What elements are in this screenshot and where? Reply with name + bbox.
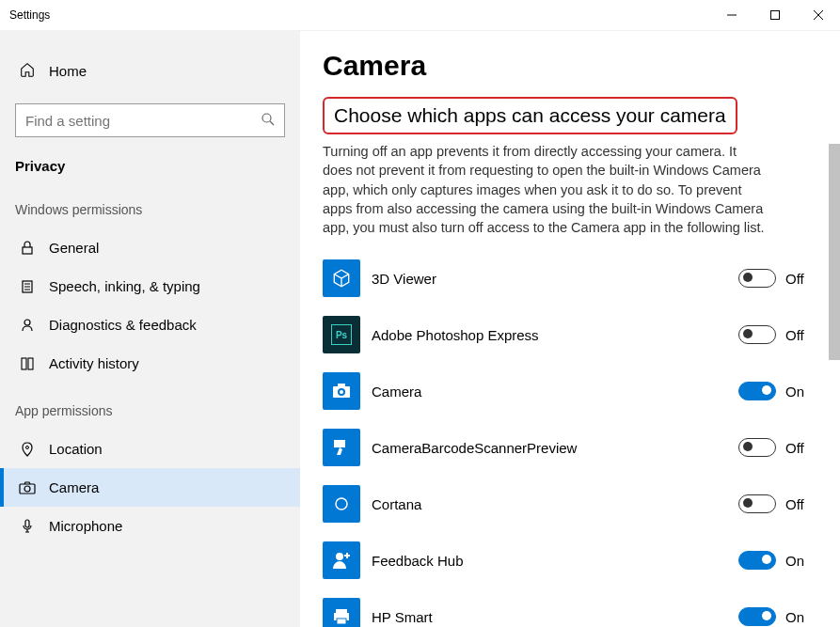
svg-point-14	[26, 446, 29, 448]
window-controls	[710, 0, 840, 31]
title-bar: Settings	[0, 0, 840, 31]
sidebar-item-speech[interactable]: Speech, inking, & typing	[0, 267, 300, 306]
app-icon	[323, 541, 360, 579]
svg-rect-26	[346, 553, 348, 558]
scrollbar-vertical[interactable]	[829, 144, 840, 360]
app-name: HP Smart	[372, 609, 738, 625]
feedback-icon	[19, 318, 36, 333]
app-row: CameraBarcodeScannerPreviewOff	[323, 419, 817, 476]
toggle-switch[interactable]	[738, 551, 776, 570]
sidebar-item-microphone[interactable]: Microphone	[0, 507, 300, 545]
svg-rect-17	[25, 520, 29, 527]
toggle-switch[interactable]	[738, 325, 776, 344]
sidebar-item-label: Location	[49, 441, 103, 457]
toggle-group: Off	[738, 269, 817, 288]
microphone-icon	[19, 519, 36, 534]
svg-point-4	[262, 114, 271, 122]
app-icon	[323, 598, 360, 627]
app-name: 3D Viewer	[372, 271, 738, 287]
page-title: Camera	[323, 50, 817, 82]
sidebar-item-label: Camera	[49, 479, 99, 495]
app-row: HP SmartOn	[323, 588, 817, 627]
search-icon	[261, 112, 276, 130]
app-name: Camera	[372, 384, 738, 400]
sidebar-item-label: Diagnostics & feedback	[49, 317, 197, 333]
clipboard-icon	[19, 279, 36, 294]
sidebar-item-label: Activity history	[49, 355, 139, 371]
app-row: Feedback HubOn	[323, 532, 817, 588]
sidebar-home[interactable]: Home	[0, 50, 300, 92]
app-name: CameraBarcodeScannerPreview	[372, 440, 738, 456]
sidebar-item-location[interactable]: Location	[0, 430, 300, 468]
toggle-label: Off	[785, 271, 804, 287]
svg-point-24	[336, 553, 343, 560]
toggle-group: Off	[738, 325, 817, 344]
app-icon	[323, 259, 360, 297]
sidebar-item-activity-history[interactable]: Activity history	[0, 344, 300, 383]
app-icon	[323, 372, 360, 410]
section-heading-highlighted: Choose which apps can access your camera	[323, 97, 737, 134]
sidebar-item-diagnostics[interactable]: Diagnostics & feedback	[0, 306, 300, 344]
sidebar-item-general[interactable]: General	[0, 228, 300, 267]
svg-rect-27	[336, 609, 347, 613]
close-button[interactable]	[797, 0, 840, 31]
app-row: 3D ViewerOff	[323, 250, 817, 306]
sidebar-category-label: Privacy	[0, 149, 300, 181]
sidebar-item-camera[interactable]: Camera	[0, 468, 300, 507]
sidebar-group-windows-permissions: Windows permissions	[0, 181, 300, 228]
svg-rect-13	[28, 358, 33, 369]
toggle-switch[interactable]	[738, 382, 776, 400]
svg-point-16	[24, 486, 30, 492]
maximize-button[interactable]	[753, 0, 797, 31]
toggle-group: Off	[738, 494, 817, 513]
content-panel: Camera Choose which apps can access your…	[300, 31, 840, 627]
app-name: Adobe Photoshop Express	[372, 327, 738, 343]
window-title: Settings	[9, 8, 50, 22]
toggle-label: Off	[785, 496, 804, 512]
home-icon	[19, 61, 36, 81]
svg-rect-6	[23, 247, 32, 254]
camera-icon	[19, 480, 36, 495]
location-icon	[19, 442, 36, 457]
svg-point-11	[24, 320, 30, 325]
history-icon	[19, 356, 36, 371]
svg-rect-22	[334, 440, 345, 447]
toggle-switch[interactable]	[738, 607, 776, 626]
svg-point-20	[340, 390, 343, 394]
main-layout: Home Privacy Windows permissions General…	[0, 31, 840, 627]
svg-rect-12	[22, 358, 26, 369]
minimize-button[interactable]	[710, 0, 753, 31]
toggle-group: Off	[738, 438, 817, 457]
app-row: CortanaOff	[323, 476, 817, 532]
svg-rect-1	[771, 11, 780, 20]
toggle-switch[interactable]	[738, 269, 776, 288]
toggle-label: Off	[785, 440, 804, 456]
toggle-group: On	[738, 382, 817, 400]
toggle-group: On	[738, 607, 817, 626]
sidebar-item-label: General	[49, 240, 99, 256]
app-icon: Ps	[323, 316, 360, 353]
sidebar-item-label: Microphone	[49, 518, 122, 534]
sidebar-group-app-permissions: App permissions	[0, 383, 300, 430]
lock-icon	[19, 241, 36, 256]
sidebar: Home Privacy Windows permissions General…	[0, 31, 300, 627]
sidebar-search	[15, 103, 285, 137]
svg-rect-21	[338, 384, 345, 387]
toggle-switch[interactable]	[738, 494, 776, 513]
toggle-label: On	[785, 384, 804, 400]
app-row: PsAdobe Photoshop ExpressOff	[323, 306, 817, 363]
svg-rect-29	[337, 619, 346, 624]
app-name: Feedback Hub	[372, 553, 738, 569]
app-name: Cortana	[372, 496, 738, 512]
svg-line-5	[270, 121, 274, 125]
section-description: Turning off an app prevents it from dire…	[323, 142, 765, 237]
search-input[interactable]	[15, 103, 285, 137]
toggle-label: On	[785, 609, 804, 625]
home-label: Home	[49, 63, 87, 79]
app-row: CameraOn	[323, 363, 817, 419]
apps-list: 3D ViewerOffPsAdobe Photoshop ExpressOff…	[323, 250, 817, 627]
sidebar-item-label: Speech, inking, & typing	[49, 278, 200, 294]
toggle-label: On	[785, 553, 804, 569]
svg-point-23	[336, 498, 347, 509]
toggle-switch[interactable]	[738, 438, 776, 457]
